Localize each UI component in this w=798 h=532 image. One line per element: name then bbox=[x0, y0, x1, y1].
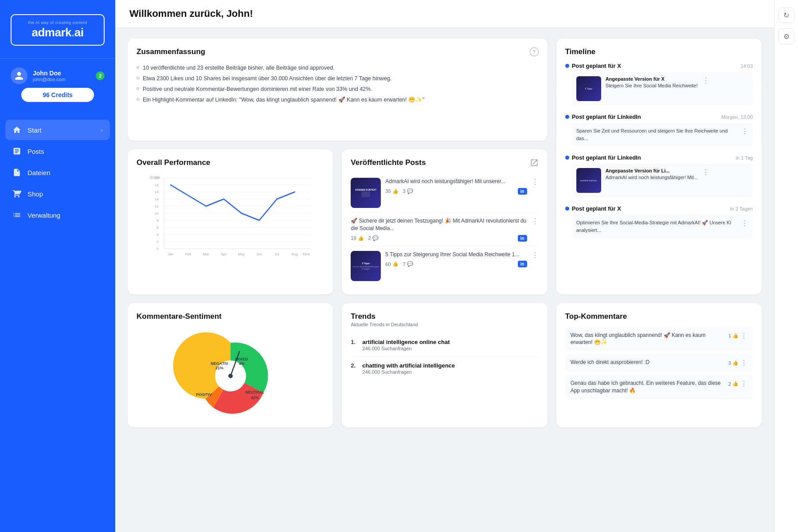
timeline-item-header: Post geplant für LinkedIn Morgen, 13:00 bbox=[565, 113, 753, 120]
post-meta: 60 👍 7 💬 in bbox=[385, 261, 527, 267]
logo-area: the AI way of creating content admark.ai bbox=[0, 0, 115, 59]
svg-text:Time: Time bbox=[302, 252, 310, 256]
comment-more-button[interactable]: ⋮ bbox=[740, 359, 747, 367]
post-thumbnail: 5 Tipps Um Ihre Social Media Reichweite … bbox=[351, 251, 381, 281]
svg-text:Apr: Apr bbox=[221, 252, 227, 256]
post-text: 5 Tipps zur Steigerung Ihrer Social Medi… bbox=[385, 251, 527, 258]
summary-title: Zusammenfassung bbox=[137, 47, 205, 56]
post-more-button[interactable]: ⋮ bbox=[532, 251, 539, 259]
trend-info: artificial intelligence online chat 246.… bbox=[362, 339, 538, 351]
post-text: AdmarkAI wird noch leistungsfähiger! Mit… bbox=[385, 178, 527, 185]
comment-more-button[interactable]: ⋮ bbox=[740, 332, 747, 340]
comments-header: Top-Kommentare bbox=[565, 312, 753, 321]
timeline-time: in 1 Tag bbox=[736, 155, 753, 160]
sidebar-item-shop[interactable]: Shop bbox=[5, 184, 110, 204]
posts-icon bbox=[12, 147, 21, 156]
svg-text:16: 16 bbox=[155, 190, 159, 194]
timeline-content: 5 Tipps Angepasste Version für X Steiger… bbox=[572, 72, 753, 106]
notification-badge[interactable]: 2 bbox=[96, 71, 105, 80]
post-platform: in bbox=[518, 261, 527, 267]
svg-text:Jan: Jan bbox=[168, 252, 173, 256]
sidebar-item-posts[interactable]: Posts bbox=[5, 141, 110, 161]
list-item: Ein Highlight-Kommentar auf LinkedIn: "W… bbox=[137, 94, 539, 105]
sidebar-item-label-dateien: Dateien bbox=[27, 169, 51, 176]
sentiment-chart: NEGATIV 21% MIXED 4% NEUTRAL 42% POSITIV bbox=[137, 327, 324, 416]
timeline-time: Morgen, 13:00 bbox=[721, 114, 753, 120]
sentiment-title: Kommentare-Sentiment bbox=[137, 312, 222, 321]
svg-text:21%: 21% bbox=[215, 366, 223, 370]
list-item: Etwa 2300 Likes und 10 Shares bei insges… bbox=[137, 73, 539, 84]
sidebar-item-dateien[interactable]: Dateien bbox=[5, 162, 110, 183]
trend-info: chatting with artificial intelligence 24… bbox=[362, 362, 538, 375]
timeline-time: 14:03 bbox=[740, 63, 753, 69]
content-area: Zusammenfassung ? 10 veröffentlichte und… bbox=[115, 28, 774, 532]
summary-card: Zusammenfassung ? 10 veröffentlichte und… bbox=[128, 39, 548, 141]
timeline-more-button[interactable]: ⋮ bbox=[741, 219, 748, 227]
main-area: Willkommen zurück, John! Zusammenfassung… bbox=[115, 0, 774, 532]
home-icon bbox=[12, 125, 21, 134]
svg-text:8: 8 bbox=[156, 219, 159, 223]
post-more-button[interactable]: ⋮ bbox=[532, 178, 539, 186]
comment-item: Werde ich direkt ausprobieren! :D 3 👍 ⋮ bbox=[565, 354, 753, 372]
timeline-item-header: Post geplant für X In 2 Tagen bbox=[565, 205, 753, 212]
comment-text: Werde ich direkt ausprobieren! :D bbox=[571, 359, 725, 366]
chevron-icon-start: › bbox=[101, 126, 103, 133]
post-text: 🚀 Sichere dir jetzt deinen Testzugang! 🎉… bbox=[351, 217, 527, 232]
svg-text:4%: 4% bbox=[239, 361, 244, 366]
credits-button[interactable]: 96 Credits bbox=[21, 88, 94, 102]
timeline-post-text: AdmarkAI wird noch leistungsfähiger! Mit… bbox=[606, 174, 698, 181]
trend-rank: 1. bbox=[351, 339, 357, 345]
timeline-post-text: Steigern Sie Ihre Social Media Reichweit… bbox=[606, 82, 698, 89]
timeline-card: Timeline Post geplant für X 14:03 5 Tipp… bbox=[556, 39, 762, 294]
timeline-item-header: Post geplant für LinkedIn in 1 Tag bbox=[565, 154, 753, 161]
right-panel: ↻ ⚙ bbox=[774, 0, 798, 532]
timeline-content: Sparen Sie Zeit und Ressourcen und steig… bbox=[572, 123, 753, 146]
performance-card: Overall Performance Score bbox=[128, 149, 333, 294]
comment-meta: 2 👍 ⋮ bbox=[728, 379, 747, 388]
posts-card-header: Veröffentlichte Posts bbox=[351, 158, 538, 167]
info-icon[interactable]: ? bbox=[530, 47, 539, 56]
svg-text:4: 4 bbox=[156, 233, 159, 237]
svg-rect-34 bbox=[361, 191, 370, 197]
timeline-post-title: Angepasste Version für X bbox=[606, 76, 698, 82]
timeline-content: Optimieren Sie Ihre Social-Media-Strateg… bbox=[572, 215, 753, 238]
timeline-text: Sparen Sie Zeit und Ressourcen und steig… bbox=[576, 127, 737, 142]
comment-meta: 3 👍 ⋮ bbox=[728, 359, 747, 367]
files-icon bbox=[12, 168, 21, 177]
timeline-item: Post geplant für X 14:03 5 Tipps Angepas… bbox=[565, 63, 753, 106]
comment-more-button[interactable]: ⋮ bbox=[740, 379, 747, 388]
settings-button[interactable]: ⚙ bbox=[778, 28, 794, 44]
post-more-button[interactable]: ⋮ bbox=[532, 217, 539, 226]
trend-item: 1. artificial intelligence online chat 2… bbox=[351, 333, 538, 357]
comment-meta: 1 👍 ⋮ bbox=[728, 332, 747, 340]
performance-chart: Score 0 bbox=[137, 173, 324, 262]
post-platform: in bbox=[518, 188, 527, 195]
trend-count: 246.000 Suchanfragen bbox=[362, 369, 538, 375]
timeline-more-button[interactable]: ⋮ bbox=[741, 127, 748, 136]
external-link-icon[interactable] bbox=[530, 158, 539, 167]
timeline-label: Post geplant für X bbox=[565, 205, 621, 212]
sidebar-item-verwaltung[interactable]: Verwaltung bbox=[5, 205, 110, 225]
svg-text:Aug: Aug bbox=[292, 252, 298, 256]
timeline-item: Post geplant für LinkedIn Morgen, 13:00 … bbox=[565, 113, 753, 146]
svg-text:14: 14 bbox=[155, 197, 159, 201]
sidebar-item-label-verwaltung: Verwaltung bbox=[27, 211, 60, 219]
performance-title: Overall Performance bbox=[137, 158, 210, 167]
user-section: John Doe john@doe.com 2 96 Credits bbox=[0, 59, 115, 116]
timeline-more-button[interactable]: ⋮ bbox=[702, 76, 709, 85]
trend-item: 2. chatting with artificial intelligence… bbox=[351, 357, 538, 380]
post-item: EIGENER KONTEXT AdmarkAI wird noch leist… bbox=[351, 173, 538, 213]
svg-text:10: 10 bbox=[155, 211, 159, 215]
sidebar-item-label-posts: Posts bbox=[27, 148, 44, 155]
svg-text:0: 0 bbox=[156, 247, 159, 251]
comment-item: Wow, das klingt unglaublich spannend! 🚀 … bbox=[565, 327, 753, 351]
page-title: Willkommen zurück, John! bbox=[129, 8, 253, 20]
refresh-button[interactable]: ↻ bbox=[778, 7, 794, 23]
svg-text:2: 2 bbox=[156, 240, 159, 244]
trend-count: 246.000 Suchanfragen bbox=[362, 346, 538, 351]
sidebar-item-start[interactable]: Start › bbox=[5, 120, 110, 140]
post-content: 5 Tipps zur Steigerung Ihrer Social Medi… bbox=[385, 251, 527, 268]
svg-text:NEGATIV: NEGATIV bbox=[211, 361, 228, 366]
timeline-more-button[interactable]: ⋮ bbox=[702, 168, 709, 176]
svg-text:POSITIV: POSITIV bbox=[196, 392, 212, 397]
